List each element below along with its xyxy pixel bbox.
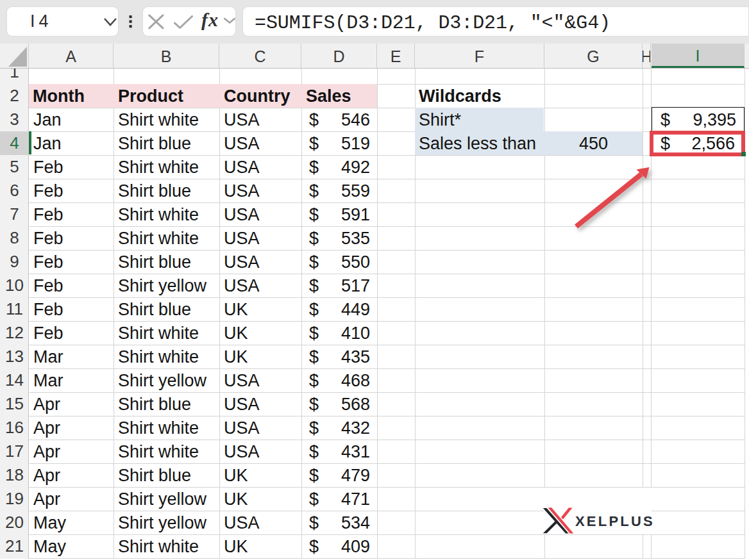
svg-text:XELPLUS: XELPLUS xyxy=(575,513,655,529)
